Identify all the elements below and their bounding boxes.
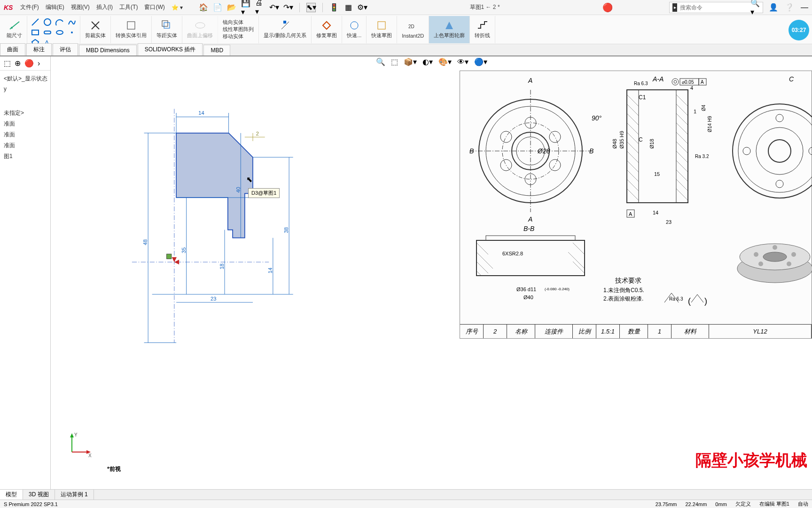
rect-icon[interactable] xyxy=(31,28,39,37)
menu-edit[interactable]: 编辑(E) xyxy=(46,3,64,11)
tab-addins[interactable]: SOLIDWORKS 插件 xyxy=(138,43,203,56)
btab-3dview[interactable]: 3D 视图 xyxy=(23,490,55,500)
settings-icon[interactable]: ⚙▾ xyxy=(358,3,367,12)
tree-history[interactable]: y xyxy=(2,84,48,94)
ribbon-offset[interactable]: 等距实体 xyxy=(152,16,182,43)
svg-marker-111 xyxy=(70,433,74,437)
spline-icon[interactable] xyxy=(68,18,76,26)
menu-file[interactable]: 文件(F) xyxy=(20,3,39,11)
open-icon[interactable]: 📂 xyxy=(227,3,236,12)
menu-view[interactable]: 视图(V) xyxy=(71,3,90,11)
feature-tree[interactable]: <默认>_显示状态 1 y 未指定> 准面 准面 准面 图1 xyxy=(0,71,50,165)
ribbon-sketch-tools[interactable]: A xyxy=(27,16,80,43)
point-icon[interactable] xyxy=(68,28,76,37)
tree-plane-front[interactable]: 准面 xyxy=(2,119,48,129)
scene-icon[interactable]: 🎨▾ xyxy=(438,57,452,66)
dim-2[interactable]: 2 xyxy=(256,131,259,136)
ribbon-convert-line[interactable]: 转折线 xyxy=(470,16,495,43)
line-icon[interactable] xyxy=(31,18,39,26)
more-tab-icon[interactable]: › xyxy=(38,59,40,68)
ribbon-mirror-group[interactable]: 镜向实体 线性草图阵列 移动实体 xyxy=(218,16,259,43)
ribbon-relations[interactable]: 显示/删除几何关系 xyxy=(259,16,312,43)
select-icon[interactable]: ⬉▾ xyxy=(306,3,316,12)
display-style-icon[interactable]: ◐▾ xyxy=(422,57,433,66)
traffic-icon[interactable]: 🚦 xyxy=(329,3,339,12)
dim-48[interactable]: 48 xyxy=(142,239,148,245)
ref-d36tol: (-0.080 -0.240) xyxy=(545,287,570,291)
search-box[interactable]: ▸ 🔍▾ xyxy=(669,2,763,13)
tab-mbd[interactable]: MBD xyxy=(203,45,230,56)
ribbon-repair[interactable]: 修复草图 xyxy=(312,16,342,43)
ribbon-quick[interactable]: 快速... xyxy=(342,16,367,43)
zoom-area-icon[interactable]: ⬚ xyxy=(391,57,398,66)
hide-show-icon[interactable]: 👁▾ xyxy=(457,57,468,66)
dim-14b[interactable]: 14 xyxy=(267,268,273,273)
menu-tools[interactable]: 工具(T) xyxy=(119,3,138,11)
tree-plane-top[interactable]: 准面 xyxy=(2,129,48,140)
appearance-tab-icon[interactable]: 🔴 xyxy=(24,59,34,68)
dim-14[interactable]: 14 xyxy=(198,110,204,116)
appearance-icon[interactable]: 🔵▾ xyxy=(474,57,487,66)
ribbon-quick-sketch[interactable]: 快速草图 xyxy=(367,16,397,43)
config-tab-icon[interactable]: ⊕ xyxy=(15,59,21,68)
view-orient-icon[interactable]: 📦▾ xyxy=(404,57,417,66)
app-logo: KS xyxy=(4,4,13,11)
ellipse-icon[interactable] xyxy=(55,28,64,37)
svg-line-61 xyxy=(627,160,639,172)
btab-model[interactable]: 模型 xyxy=(0,490,23,500)
tree-plane-right[interactable]: 准面 xyxy=(2,140,48,151)
svg-line-69 xyxy=(676,132,688,144)
search-input[interactable] xyxy=(680,4,750,11)
svg-point-12 xyxy=(195,23,205,28)
menu-insert[interactable]: 插入(I) xyxy=(96,3,113,11)
undo-icon[interactable]: ↶▾ xyxy=(269,3,279,12)
list-icon[interactable]: ▦ xyxy=(344,3,353,12)
zoom-fit-icon[interactable]: 🔍 xyxy=(376,57,385,66)
ribbon-trim[interactable]: 剪裁实体 xyxy=(80,16,111,43)
redo-icon[interactable]: ↷▾ xyxy=(283,3,293,12)
save-icon[interactable]: 💾▾ xyxy=(241,3,250,12)
tree-display-state[interactable]: <默认>_显示状态 1 xyxy=(2,73,48,84)
home-icon[interactable]: 🏠 xyxy=(199,3,208,12)
slot-icon[interactable] xyxy=(43,28,52,37)
circle-icon[interactable] xyxy=(43,18,52,26)
ribbon-smart-dimension[interactable]: 能尺寸 xyxy=(2,16,27,43)
user-icon[interactable]: 👤 xyxy=(769,3,778,12)
tree-material[interactable]: 未指定> xyxy=(2,108,48,119)
svg-rect-14 xyxy=(283,21,286,24)
ref-tech-title: 技术要求 xyxy=(615,277,641,284)
tab-annotation[interactable]: 标注 xyxy=(26,43,52,56)
dim-38[interactable]: 38 xyxy=(283,227,289,233)
ribbon-linear-pattern[interactable]: 线性草图阵列 xyxy=(223,26,254,33)
dim-18[interactable]: 18 xyxy=(219,263,225,269)
new-icon[interactable]: 📄 xyxy=(213,3,222,12)
tab-evaluate[interactable]: 评估 xyxy=(53,43,78,56)
graphics-area[interactable]: 🔍 ⬚ 📦▾ ◐▾ 🎨▾ 👁▾ 🔵▾ 14 2 40 35 48 xyxy=(51,56,812,492)
menu-window[interactable]: 窗口(W) xyxy=(144,3,164,11)
print-icon[interactable]: 🖨▾ xyxy=(255,3,265,12)
panel-tab-row: ⬚ ⊕ 🔴 › xyxy=(0,56,50,71)
sketch-view[interactable]: 14 2 40 35 48 38 18 14 23 xyxy=(79,85,314,367)
dim-23[interactable]: 23 xyxy=(211,296,216,302)
search-glass-icon[interactable]: 🔍▾ xyxy=(750,0,760,16)
svg-line-97 xyxy=(573,243,585,254)
tree-tab-icon[interactable]: ⬚ xyxy=(4,59,11,68)
tab-surface[interactable]: 曲面 xyxy=(0,43,25,56)
ref-ra63: Ra 6.3 xyxy=(634,81,648,86)
tab-mbd-dimensions[interactable]: MBD Dimensions xyxy=(79,45,137,56)
ribbon-instant2d[interactable]: 2DInstant2D xyxy=(397,16,429,43)
svg-line-71 xyxy=(676,151,688,163)
help-icon[interactable]: ❔ xyxy=(785,3,794,12)
ribbon-shaded-sketch[interactable]: 上色草图轮廓 xyxy=(429,16,470,43)
btab-motion[interactable]: 运动算例 1 xyxy=(55,490,94,500)
dim-40[interactable]: 40 xyxy=(235,187,241,192)
minimize-icon[interactable]: — xyxy=(801,3,808,12)
arc-icon[interactable] xyxy=(55,18,64,26)
tree-sketch1[interactable]: 图1 xyxy=(2,151,48,162)
ribbon-mirror[interactable]: 镜向实体 xyxy=(223,19,243,26)
ribbon-move[interactable]: 移动实体 xyxy=(223,33,243,40)
ribbon-convert[interactable]: 转换实体引用 xyxy=(111,16,152,43)
menu-more-icon[interactable]: ⭐ ▾ xyxy=(172,4,183,11)
dim-35[interactable]: 35 xyxy=(181,247,187,253)
ribbon: 能尺寸 A 剪裁实体 转换实体引用 等距实体 曲面上偏移 镜向实体 线性草图阵列… xyxy=(0,15,812,44)
